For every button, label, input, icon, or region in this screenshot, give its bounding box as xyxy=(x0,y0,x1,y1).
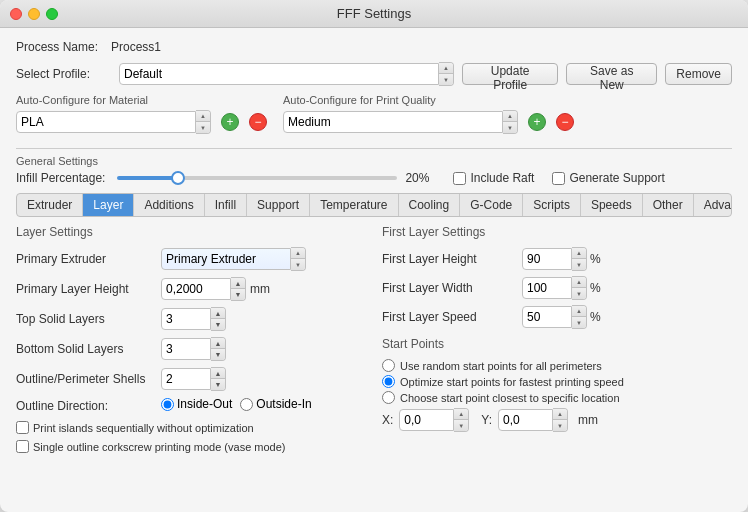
tab-other[interactable]: Other xyxy=(643,194,694,216)
tab-temperature[interactable]: Temperature xyxy=(310,194,398,216)
top-solid-spinner[interactable]: ▲ ▼ xyxy=(211,307,226,331)
first-layer-width-unit: % xyxy=(590,281,601,295)
material-spinner[interactable]: ▲ ▼ xyxy=(196,110,211,134)
fs-spin-down[interactable]: ▼ xyxy=(572,317,586,328)
layer-height-spinner[interactable]: ▲ ▼ xyxy=(231,277,246,301)
material-spin-down[interactable]: ▼ xyxy=(196,122,210,133)
layer-height-up[interactable]: ▲ xyxy=(231,278,245,289)
quality-spinner[interactable]: ▲ ▼ xyxy=(503,110,518,134)
profile-input[interactable] xyxy=(119,63,439,85)
quality-remove-button[interactable]: − xyxy=(556,113,574,131)
x-coord-spinner[interactable]: ▲ ▼ xyxy=(454,408,469,432)
inside-out-radio[interactable] xyxy=(161,398,174,411)
y-coord-spinner[interactable]: ▲ ▼ xyxy=(553,408,568,432)
fw-spin-down[interactable]: ▼ xyxy=(572,288,586,299)
close-button[interactable] xyxy=(10,8,22,20)
first-layer-height-field[interactable] xyxy=(522,248,572,270)
start-closest-radio[interactable] xyxy=(382,391,395,404)
tab-support[interactable]: Support xyxy=(247,194,310,216)
material-spin-up[interactable]: ▲ xyxy=(196,111,210,122)
outside-in-option[interactable]: Outside-In xyxy=(240,397,311,411)
first-layer-width-field[interactable] xyxy=(522,277,572,299)
primary-extruder-select[interactable]: Primary Extruder xyxy=(161,248,291,270)
layer-settings-panel: Layer Settings Primary Extruder Primary … xyxy=(16,225,366,459)
first-layer-speed-label: First Layer Speed xyxy=(382,310,522,324)
first-layer-height-spinner[interactable]: ▲ ▼ xyxy=(572,247,587,271)
start-option3-row: Choose start point closest to specific l… xyxy=(382,391,732,404)
tab-layer[interactable]: Layer xyxy=(83,194,134,216)
outside-in-radio[interactable] xyxy=(240,398,253,411)
x-spin-down[interactable]: ▼ xyxy=(454,420,468,431)
print-islands-checkbox[interactable] xyxy=(16,421,29,434)
profile-spin-up[interactable]: ▲ xyxy=(439,63,453,74)
generate-support-checkbox[interactable] xyxy=(552,172,565,185)
first-layer-speed-spinner[interactable]: ▲ ▼ xyxy=(572,305,587,329)
print-islands-label[interactable]: Print islands sequentially without optim… xyxy=(16,421,254,434)
material-remove-button[interactable]: − xyxy=(249,113,267,131)
coord-unit: mm xyxy=(578,413,598,427)
layer-height-field[interactable] xyxy=(161,278,231,300)
primary-extruder-label: Primary Extruder xyxy=(16,252,161,266)
extruder-select-spinner[interactable]: ▲ ▼ xyxy=(291,247,306,271)
tab-additions[interactable]: Additions xyxy=(134,194,204,216)
top-solid-down[interactable]: ▼ xyxy=(211,319,225,330)
fh-spin-up[interactable]: ▲ xyxy=(572,248,586,259)
extruder-spin-up[interactable]: ▲ xyxy=(291,248,305,259)
top-solid-layers-row: Top Solid Layers ▲ ▼ xyxy=(16,307,366,331)
quality-input[interactable] xyxy=(283,111,503,133)
tab-speeds[interactable]: Speeds xyxy=(581,194,643,216)
start-option1-label: Use random start points for all perimete… xyxy=(400,360,602,372)
infill-slider[interactable] xyxy=(117,176,397,180)
quality-spin-up[interactable]: ▲ xyxy=(503,111,517,122)
first-layer-speed-field[interactable] xyxy=(522,306,572,328)
first-layer-width-spinner[interactable]: ▲ ▼ xyxy=(572,276,587,300)
fh-spin-down[interactable]: ▼ xyxy=(572,259,586,270)
start-optimize-radio[interactable] xyxy=(382,375,395,388)
include-raft-label[interactable]: Include Raft xyxy=(470,171,534,185)
profile-spinner[interactable]: ▲ ▼ xyxy=(439,62,454,86)
generate-support-label[interactable]: Generate Support xyxy=(569,171,664,185)
outline-shells-field[interactable] xyxy=(161,368,211,390)
y-coord-input[interactable] xyxy=(498,409,553,431)
bottom-solid-down[interactable]: ▼ xyxy=(211,349,225,360)
bottom-solid-up[interactable]: ▲ xyxy=(211,338,225,349)
tab-extruder[interactable]: Extruder xyxy=(17,194,83,216)
single-outline-checkbox[interactable] xyxy=(16,440,29,453)
y-spin-up[interactable]: ▲ xyxy=(553,409,567,420)
save-as-new-button[interactable]: Save as New xyxy=(566,63,657,85)
layer-height-down[interactable]: ▼ xyxy=(231,289,245,300)
quality-spin-down[interactable]: ▼ xyxy=(503,122,517,133)
material-add-button[interactable]: + xyxy=(221,113,239,131)
top-solid-up[interactable]: ▲ xyxy=(211,308,225,319)
tab-advanced[interactable]: Advanced xyxy=(694,194,732,216)
quality-add-button[interactable]: + xyxy=(528,113,546,131)
outline-shells-down[interactable]: ▼ xyxy=(211,379,225,390)
minimize-button[interactable] xyxy=(28,8,40,20)
single-outline-label-wrapper[interactable]: Single outline corkscrew printing mode (… xyxy=(16,440,286,453)
y-spin-down[interactable]: ▼ xyxy=(553,420,567,431)
fw-spin-up[interactable]: ▲ xyxy=(572,277,586,288)
tab-cooling[interactable]: Cooling xyxy=(399,194,461,216)
right-panel: First Layer Settings First Layer Height … xyxy=(382,225,732,459)
top-solid-field[interactable] xyxy=(161,308,211,330)
tab-infill[interactable]: Infill xyxy=(205,194,247,216)
inside-out-option[interactable]: Inside-Out xyxy=(161,397,232,411)
profile-spin-down[interactable]: ▼ xyxy=(439,74,453,85)
extruder-spin-down[interactable]: ▼ xyxy=(291,259,305,270)
x-coord-input[interactable] xyxy=(399,409,454,431)
outline-shells-spinner[interactable]: ▲ ▼ xyxy=(211,367,226,391)
start-random-radio[interactable] xyxy=(382,359,395,372)
material-input[interactable] xyxy=(16,111,196,133)
x-spin-up[interactable]: ▲ xyxy=(454,409,468,420)
outline-shells-up[interactable]: ▲ xyxy=(211,368,225,379)
tab-scripts[interactable]: Scripts xyxy=(523,194,581,216)
remove-button[interactable]: Remove xyxy=(665,63,732,85)
maximize-button[interactable] xyxy=(46,8,58,20)
bottom-solid-field[interactable] xyxy=(161,338,211,360)
tab-gcode[interactable]: G-Code xyxy=(460,194,523,216)
include-raft-checkbox[interactable] xyxy=(453,172,466,185)
update-profile-button[interactable]: Update Profile xyxy=(462,63,558,85)
outline-direction-label: Outline Direction: xyxy=(16,399,161,413)
bottom-solid-spinner[interactable]: ▲ ▼ xyxy=(211,337,226,361)
fs-spin-up[interactable]: ▲ xyxy=(572,306,586,317)
